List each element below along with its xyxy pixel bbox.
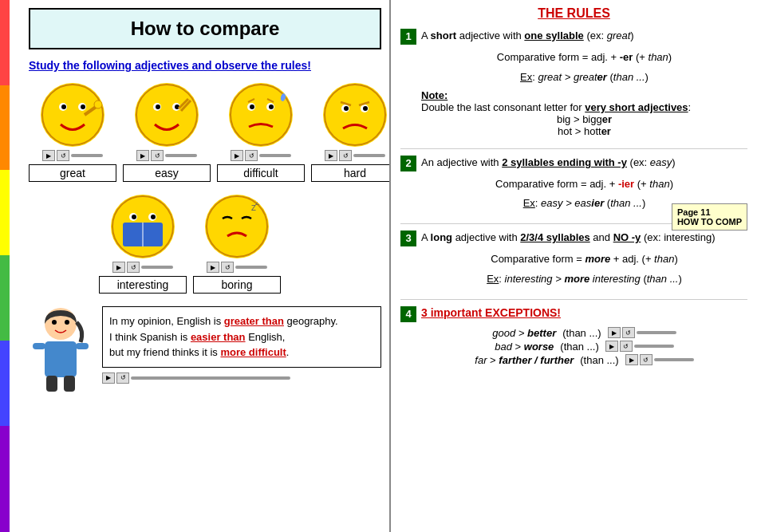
- color-bar-blue: [0, 341, 10, 426]
- slider-boring[interactable]: [235, 266, 267, 269]
- emoji-item-great: ▶ ↺ great: [29, 83, 116, 182]
- slider-good[interactable]: [637, 331, 676, 334]
- note-title-1: Note:: [421, 89, 447, 101]
- media-controls-boring[interactable]: ▶ ↺: [207, 262, 267, 273]
- svg-point-3: [61, 104, 66, 109]
- stop-btn-hard[interactable]: ↺: [339, 150, 352, 161]
- opinion-media-controls[interactable]: ▶ ↺: [102, 372, 381, 384]
- play-btn-hard[interactable]: ▶: [325, 150, 337, 161]
- svg-rect-40: [33, 343, 45, 349]
- emoji-face-easy: [135, 83, 199, 147]
- exceptions-title: 3 important EXCEPTIONS!: [421, 306, 561, 319]
- exc-good-rest: (than ...): [562, 327, 601, 339]
- rule-1-body: Comparative form = adj. + -er (+ than) E…: [400, 49, 747, 86]
- slider-easy[interactable]: [165, 154, 197, 157]
- divider-3: [400, 299, 747, 300]
- rule-2-section: 2 An adjective with 2 syllables ending w…: [400, 156, 747, 213]
- emoji-face-great: [41, 83, 104, 147]
- emoji-item-boring: z z z ▶ ↺ boring: [193, 195, 281, 294]
- play-btn-opinion[interactable]: ▶: [102, 372, 115, 384]
- svg-point-38: [65, 320, 69, 325]
- tooltip-line1: Page 11: [677, 207, 742, 217]
- emoji-item-easy: ▶ ↺ easy: [123, 83, 211, 182]
- play-btn-great[interactable]: ▶: [42, 150, 55, 161]
- stop-btn-great[interactable]: ↺: [57, 150, 69, 161]
- emoji-grid-top: ▶ ↺ great: [29, 83, 381, 182]
- media-controls-difficult[interactable]: ▶ ↺: [231, 150, 291, 161]
- opinion-text-2: geography.: [284, 315, 338, 327]
- exc-bad-base: bad > worse: [495, 341, 554, 353]
- play-btn-difficult[interactable]: ▶: [231, 150, 243, 161]
- stop-btn-far[interactable]: ↺: [640, 354, 653, 365]
- exception-bad: bad > worse (than ...) ▶ ↺: [421, 341, 747, 353]
- stop-btn-difficult[interactable]: ↺: [245, 150, 258, 161]
- play-btn-bad[interactable]: ▶: [605, 341, 618, 352]
- note-examples-1: big > bigger hot > hotter: [421, 113, 747, 137]
- rule-1-header-text: A short adjective with one syllable (ex:…: [421, 29, 634, 43]
- stop-btn-easy[interactable]: ↺: [151, 150, 164, 161]
- opinion-section: In my opinion, English is greater than g…: [29, 306, 381, 386]
- svg-point-37: [52, 320, 57, 325]
- svg-point-20: [325, 85, 385, 145]
- svg-point-6: [94, 100, 102, 108]
- svg-point-7: [136, 85, 197, 145]
- rule-3-section: 3 A long adjective with 2/3/4 syllables …: [400, 231, 747, 288]
- rule-3-header-text: A long adjective with 2/3/4 syllables an…: [421, 231, 716, 245]
- svg-point-10: [156, 104, 160, 109]
- slider-difficult[interactable]: [259, 154, 291, 157]
- media-controls-interesting[interactable]: ▶ ↺: [112, 262, 173, 273]
- stop-btn-interesting[interactable]: ↺: [127, 262, 140, 273]
- svg-text:z: z: [255, 198, 259, 207]
- svg-point-30: [132, 215, 136, 219]
- note-body-1: Double the last consonant letter for ver…: [421, 101, 691, 113]
- slider-opinion[interactable]: [131, 376, 290, 380]
- svg-rect-43: [64, 376, 75, 392]
- rule-3-body: Comparative form = more + adj. (+ than) …: [400, 251, 747, 288]
- play-btn-good[interactable]: ▶: [608, 327, 621, 338]
- rule-2-comparative: Comparative form = adj. + -ier (+ than): [421, 176, 747, 193]
- play-btn-far[interactable]: ▶: [625, 354, 638, 365]
- opinion-more-difficult: more difficult: [220, 346, 286, 358]
- side-color-bar: [0, 0, 10, 532]
- rules-title: THE RULES: [400, 6, 747, 21]
- svg-point-18: [269, 104, 274, 109]
- svg-point-4: [81, 104, 85, 109]
- stop-btn-opinion[interactable]: ↺: [116, 372, 129, 384]
- media-controls-hard[interactable]: ▶ ↺: [325, 150, 385, 161]
- label-interesting: interesting: [99, 276, 187, 294]
- exc-controls-bad[interactable]: ▶ ↺: [605, 341, 674, 352]
- exc-bad-rest: (than ...): [560, 341, 598, 353]
- left-panel: How to compare Study the following adjec…: [0, 0, 391, 532]
- slider-hard[interactable]: [353, 154, 385, 157]
- svg-point-24: [363, 106, 368, 111]
- stop-btn-boring[interactable]: ↺: [221, 262, 234, 273]
- exception-far: far > farther / further (than ...) ▶ ↺: [421, 354, 747, 366]
- stop-btn-bad[interactable]: ↺: [620, 341, 633, 352]
- page-title: How to compare: [38, 18, 372, 40]
- exc-controls-far[interactable]: ▶ ↺: [625, 354, 694, 365]
- play-btn-boring[interactable]: ▶: [207, 262, 219, 273]
- rule-1-section: 1 A short adjective with one syllable (e…: [400, 29, 747, 137]
- media-controls-great[interactable]: ▶ ↺: [42, 150, 103, 161]
- emoji-face-difficult: [229, 83, 293, 147]
- rule-number-2: 2: [400, 156, 416, 171]
- exception-good: good > better (than ...) ▶ ↺: [421, 327, 747, 339]
- opinion-text-3: I think Spanish is: [109, 331, 191, 343]
- svg-point-17: [250, 104, 254, 109]
- svg-point-0: [42, 85, 103, 145]
- label-hard: hard: [311, 164, 391, 182]
- play-btn-interesting[interactable]: ▶: [112, 262, 125, 273]
- stop-btn-good[interactable]: ↺: [622, 327, 635, 338]
- exceptions-list: good > better (than ...) ▶ ↺ bad > worse…: [400, 327, 747, 366]
- slider-interesting[interactable]: [141, 266, 173, 269]
- rule-4-header: 4 3 important EXCEPTIONS!: [400, 306, 747, 322]
- study-link[interactable]: Study the following adjectives and obser…: [29, 59, 381, 72]
- play-btn-easy[interactable]: ▶: [136, 150, 149, 161]
- slider-bad[interactable]: [634, 345, 674, 348]
- slider-great[interactable]: [71, 154, 103, 157]
- media-controls-easy[interactable]: ▶ ↺: [136, 150, 197, 161]
- svg-point-31: [151, 215, 156, 219]
- exc-controls-good[interactable]: ▶ ↺: [608, 327, 676, 338]
- rule-1-comparative: Comparative form = adj. + -er (+ than): [421, 49, 747, 66]
- slider-far[interactable]: [654, 358, 694, 361]
